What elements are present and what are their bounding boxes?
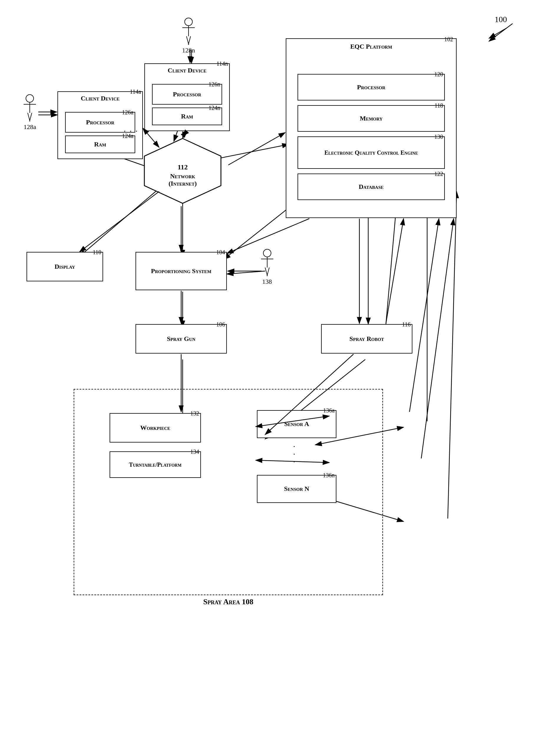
svg-line-39 (386, 219, 404, 323)
ref-110: 110 (93, 249, 101, 256)
ref-134: 134 (190, 449, 199, 455)
ref-104: 104 (216, 249, 225, 256)
person-138-arms (261, 259, 273, 259)
svg-text:(Internet): (Internet) (168, 180, 197, 187)
processor-126a-label: Processor (86, 118, 114, 127)
svg-line-17 (448, 192, 457, 518)
person-128a-body (29, 102, 30, 113)
ref-126n: 126n (208, 81, 220, 88)
display-label: Display (55, 262, 75, 271)
ref-122: 122 (434, 171, 443, 177)
svg-text:112: 112 (178, 163, 188, 171)
client-device-n-box: 114n Client Device 126n Processor 124n R… (144, 63, 230, 131)
eqc-platform-box: 102 EQC Platform 120 Processor 118 Memor… (286, 38, 457, 218)
person-128n: 128n (182, 18, 195, 54)
processor-126n-label: Processor (173, 90, 201, 99)
svg-line-37 (227, 219, 309, 253)
network-container: 112 Network (Internet) (137, 136, 228, 207)
ram-124n-box: 124n Ram (152, 107, 222, 125)
svg-line-22 (227, 271, 265, 274)
proportioning-box: 104 Proportioning System (136, 252, 227, 290)
memory-box: 118 Memory (298, 105, 445, 132)
svg-marker-24 (144, 138, 221, 203)
memory-label: Memory (360, 114, 383, 123)
network-shape-svg: 112 Network (Internet) (137, 136, 228, 206)
person-138-leg-right (266, 268, 269, 276)
eqc-engine-label: Electronic Quality Control Engine (324, 149, 418, 156)
ram-124a-box: 124a Ram (65, 136, 135, 153)
person-128a-arms (24, 104, 36, 104)
svg-line-48 (489, 24, 513, 41)
processor-126n-box: 126n Processor (152, 84, 222, 104)
svg-line-34 (228, 133, 285, 165)
sensor-a-box: 136a Sensor A (257, 410, 336, 438)
person-138: 138 (262, 249, 272, 285)
processor-120-box: 120 Processor (298, 74, 445, 100)
person-138-legs (265, 268, 269, 276)
spray-area-label: Spray Area 108 (203, 597, 253, 606)
ref-132: 132 (190, 410, 199, 417)
sensor-n-label: Sensor N (284, 485, 309, 493)
sensor-a-label: Sensor A (284, 420, 309, 428)
database-label: Database (359, 183, 384, 191)
person-128a-leg-right (29, 113, 33, 121)
svg-line-46 (409, 219, 439, 412)
spray-robot-label: Spray Robot (349, 335, 384, 343)
display-box: 110 Display (26, 252, 103, 281)
client-device-n-label: Client Device (167, 66, 206, 75)
ram-124a-label: Ram (94, 140, 106, 149)
ref-130: 130 (434, 134, 443, 140)
person-128n-head (184, 18, 193, 26)
ref-120: 120 (434, 71, 443, 78)
svg-line-0 (489, 28, 507, 38)
spray-robot-box: 116 Spray Robot (321, 324, 413, 354)
person-128a-legs (27, 113, 32, 122)
person-128n-leg-right (188, 36, 191, 45)
ref-136a: 136a (323, 407, 335, 414)
client-device-a-box: 114a Client Device 126a Processor 124a R… (57, 91, 143, 159)
ref-128n-label: 128n (182, 46, 195, 54)
workpiece-box: 132 Workpiece (109, 413, 201, 442)
dots-sensors: · · · (289, 446, 299, 465)
svg-text:Network: Network (170, 172, 195, 180)
person-128n-legs (186, 36, 191, 45)
ref-100-label: 100 (495, 15, 507, 24)
spray-gun-box: 106 Spray Gun (136, 324, 227, 354)
svg-line-47 (421, 219, 454, 458)
ref-114a: 114a (130, 88, 141, 95)
person-128n-body (188, 26, 189, 36)
person-128a-head (26, 94, 34, 102)
spray-gun-label: Spray Gun (167, 335, 196, 343)
turntable-label: Turntable/Platform (129, 461, 181, 469)
ref-118: 118 (435, 102, 443, 109)
client-device-a-label: Client Device (81, 94, 119, 103)
database-box: 122 Database (298, 174, 445, 200)
workpiece-label: Workpiece (140, 424, 170, 432)
processor-120-label: Processor (357, 83, 385, 92)
ram-124n-label: Ram (181, 112, 193, 121)
proportioning-label: Proportioning System (151, 267, 212, 275)
ref-128a-label: 128a (24, 123, 36, 131)
ref-138-label: 138 (262, 278, 272, 285)
ref-102: 102 (444, 36, 453, 43)
dots-clients: · · · (124, 127, 138, 136)
ref-126a: 126a (122, 109, 134, 116)
eqc-platform-label: EQC Platform (350, 42, 392, 51)
ref-136n: 136n (323, 472, 335, 479)
ref-114n: 114n (217, 60, 228, 67)
person-138-head (263, 249, 271, 257)
person-128a: 128a (24, 94, 36, 131)
ref-106: 106 (216, 321, 225, 328)
eqc-engine-box: 130 Electronic Quality Control Engine (298, 136, 445, 169)
person-128n-arms (182, 27, 195, 28)
turntable-box: 134 Turntable/Platform (109, 451, 201, 478)
sensor-n-box: 136n Sensor N (257, 475, 336, 503)
person-138-body (267, 257, 267, 268)
ref-124n: 124n (208, 104, 220, 111)
diagram: 100 (0, 0, 560, 751)
ref-116: 116 (402, 321, 411, 328)
spray-area-box: Spray Area 108 132 Workpiece 134 Turntab… (74, 389, 383, 595)
